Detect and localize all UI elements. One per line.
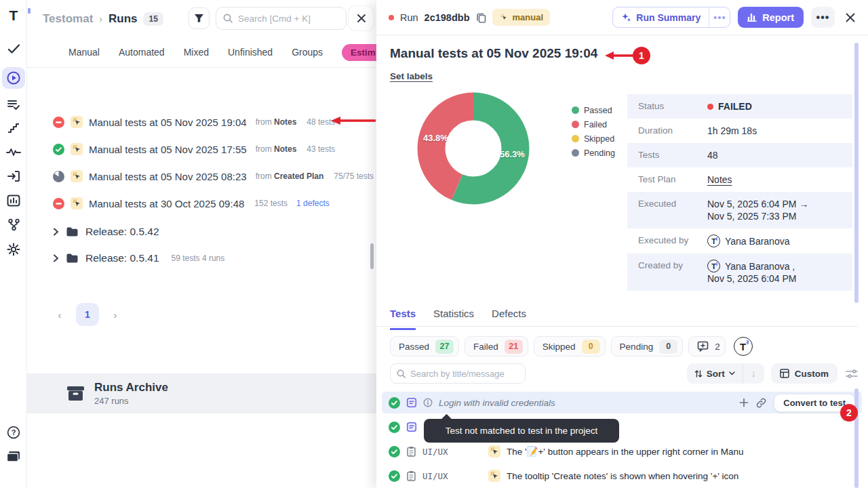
run-status-running-icon	[53, 171, 64, 182]
chip-count-badge: 27	[435, 340, 454, 354]
manual-test-icon	[488, 470, 500, 482]
runs-archive-row[interactable]: Runs Archive 247 runs	[27, 373, 376, 413]
sort-direction-button[interactable]: ↓	[743, 363, 764, 384]
chip-pending[interactable]: Pending0	[611, 336, 684, 357]
chip-comments[interactable]: 2	[688, 336, 726, 357]
info-row-executed: ExecutedNov 5, 2025 6:04 PM →Nov 5, 2025…	[627, 192, 852, 228]
sort-arrows-icon	[694, 369, 703, 378]
annotation-marker-2: 2	[840, 404, 858, 422]
tab-manual[interactable]: Manual	[68, 47, 100, 58]
search-input[interactable]	[238, 14, 333, 24]
settings-gear-icon[interactable]	[0, 243, 27, 256]
chip-skipped[interactable]: Skipped0	[534, 336, 606, 357]
page-number[interactable]: 1	[76, 303, 99, 326]
link-icon[interactable]	[756, 398, 766, 408]
check-icon[interactable]	[0, 43, 27, 54]
analytics-icon[interactable]	[0, 195, 27, 207]
info-value: TYana Baranova ,Nov 5, 2025 6:04 PM	[707, 260, 797, 285]
chip-failed[interactable]: Failed21	[465, 336, 528, 357]
failed-percent-label: 43.8%	[423, 133, 448, 143]
run-list-item[interactable]: Manual tests at 05 Nov 2025 08:23from Cr…	[27, 163, 376, 190]
tab-unfinished[interactable]: Unfinished	[228, 47, 273, 58]
run-source: from Created Plan	[256, 171, 324, 181]
filter-sliders-icon[interactable]	[846, 369, 858, 379]
archive-count: 247 runs	[94, 396, 168, 406]
sort-button[interactable]: Sort	[687, 363, 743, 384]
run-list-item[interactable]: Manual tests at 30 Oct 2025 09:48152 tes…	[27, 190, 376, 217]
run-summary-button-group: Run Summary •••	[612, 7, 730, 28]
release-folders: Release: 0.5.42Release: 0.5.4159 tests 4…	[27, 218, 376, 271]
tab-automated[interactable]: Automated	[119, 47, 165, 58]
tab-defects[interactable]: Defects	[492, 308, 526, 330]
list-check-icon[interactable]	[0, 99, 27, 110]
run-defects-link[interactable]: 1 defects	[296, 199, 330, 208]
filter-button[interactable]	[189, 7, 210, 29]
info-label: Executed by	[638, 235, 707, 247]
info-label: Created by	[638, 260, 707, 285]
close-detail-icon[interactable]	[845, 12, 856, 23]
info-row-tests: Tests48	[627, 143, 852, 167]
tab-statistics[interactable]: Statistics	[433, 308, 474, 330]
test-row[interactable]: UI/UXThe '📝+' button appears in the uppe…	[382, 441, 862, 462]
legend-item: Skipped	[572, 131, 615, 146]
release-folder-row[interactable]: Release: 0.5.4159 tests 4 runs	[27, 245, 376, 271]
report-button[interactable]: Report	[738, 7, 804, 28]
tab-tests[interactable]: Tests	[390, 308, 416, 330]
breadcrumb-separator: ›	[99, 14, 102, 24]
user-avatar: T	[707, 260, 720, 272]
run-summary-more-button[interactable]: •••	[709, 7, 730, 27]
testomat-logo-icon[interactable]: T	[0, 7, 27, 24]
test-plan-link[interactable]: Notes	[707, 174, 732, 185]
left-scrollbar-thumb[interactable]	[370, 243, 374, 269]
page-next-button[interactable]: ›	[108, 309, 122, 321]
user-name: Yana Baranova	[725, 235, 789, 247]
global-search[interactable]	[216, 7, 347, 30]
test-row[interactable]: Login with invalid credentialsConvert to…	[382, 392, 862, 413]
chip-passed[interactable]: Passed27	[390, 336, 459, 357]
tab-mixed[interactable]: Mixed	[184, 47, 209, 58]
annotation-arrow-left-list	[330, 116, 377, 125]
run-info-table: StatusFAILEDDuration1h 29m 18sTests48Tes…	[627, 94, 852, 291]
page-prev-button[interactable]: ‹	[53, 309, 66, 321]
folder-name: Release: 0.5.41	[85, 252, 159, 264]
test-status-passed-icon	[389, 446, 400, 458]
docs-folder-icon[interactable]	[0, 450, 27, 463]
run-label: Run	[400, 12, 418, 23]
run-title: Manual tests at 05 Nov 2025 17:55	[89, 144, 247, 155]
breadcrumb-project[interactable]: Testomat	[43, 12, 93, 26]
failed-dot	[707, 104, 713, 110]
list-scrollbar-thumb[interactable]	[854, 388, 859, 488]
chip-count-badge: 21	[505, 340, 523, 354]
import-icon[interactable]	[0, 170, 27, 182]
copy-icon[interactable]	[476, 12, 486, 23]
breadcrumb-section[interactable]: Runs	[108, 12, 138, 26]
detail-scrollbar-thumb[interactable]	[854, 43, 859, 303]
tests-search[interactable]	[390, 363, 526, 384]
runs-play-icon[interactable]	[0, 70, 27, 85]
assignee-avatar[interactable]: T	[734, 337, 753, 356]
tab-groups[interactable]: Groups	[292, 47, 323, 58]
test-row[interactable]: UI/UXThe tooltip 'Create notes' is shown…	[382, 465, 862, 487]
branch-icon[interactable]	[0, 218, 27, 231]
steps-icon[interactable]	[0, 123, 27, 134]
run-list-item[interactable]: Manual tests at 05 Nov 2025 17:55from No…	[27, 136, 376, 163]
run-title: Manual tests at 05 Nov 2025 19:04	[390, 46, 597, 61]
legend-label: Pending	[584, 148, 615, 158]
run-list-item[interactable]: Manual tests at 05 Nov 2025 19:04from No…	[27, 108, 376, 136]
release-folder-row[interactable]: Release: 0.5.42	[27, 218, 376, 245]
archive-title: Runs Archive	[94, 381, 168, 394]
help-icon[interactable]: ?	[0, 426, 27, 439]
folder-icon	[66, 226, 79, 237]
search-icon	[397, 369, 406, 378]
legend-label: Passed	[584, 106, 612, 115]
activity-pulse-icon[interactable]	[0, 146, 27, 157]
tests-search-input[interactable]	[410, 369, 512, 379]
add-icon[interactable]	[739, 398, 749, 407]
note-icon	[406, 422, 417, 432]
more-actions-button[interactable]: •••	[811, 7, 835, 28]
panel-close-button[interactable]	[349, 6, 374, 30]
run-summary-button[interactable]: Run Summary	[613, 7, 709, 27]
sort-button-group: Sort ↓	[687, 363, 764, 384]
set-labels-link[interactable]: Set labels	[390, 71, 433, 81]
custom-view-button[interactable]: Custom	[771, 363, 837, 384]
